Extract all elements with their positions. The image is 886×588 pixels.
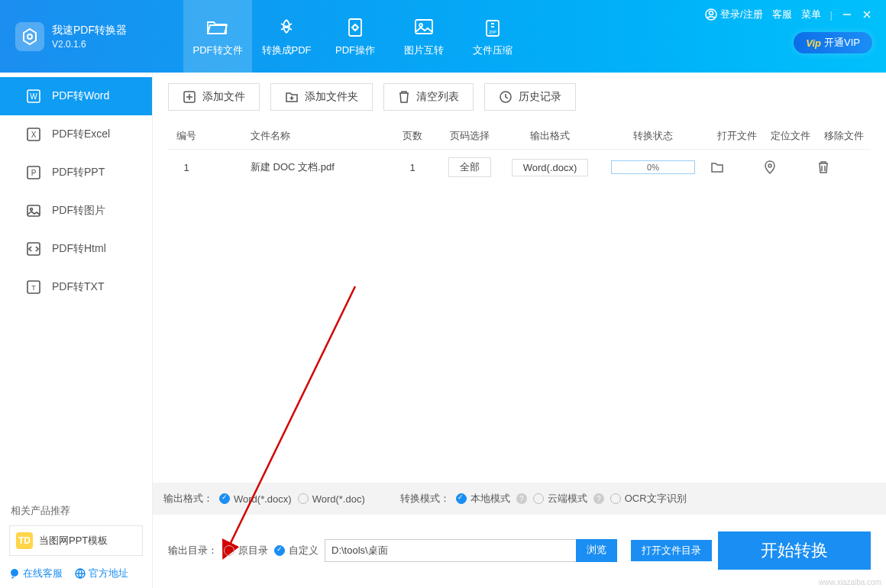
radio-custom-dir[interactable]: 自定义 bbox=[274, 544, 319, 557]
svg-point-8 bbox=[709, 11, 713, 15]
svg-point-23 bbox=[11, 569, 18, 577]
image-small-icon bbox=[26, 203, 41, 218]
tab-pdf-to-file[interactable]: PDF转文件 bbox=[183, 0, 252, 73]
table-header: 编号 文件名称 页数 页码选择 输出格式 转换状态 打开文件 定位文件 移除文件 bbox=[168, 123, 871, 150]
convert-mode-label: 转换模式： bbox=[400, 492, 450, 506]
svg-point-2 bbox=[353, 25, 357, 30]
col-name: 文件名称 bbox=[205, 129, 390, 143]
clear-list-button[interactable]: 清空列表 bbox=[383, 83, 474, 111]
minimize-icon[interactable] bbox=[842, 9, 852, 20]
col-remove: 移除文件 bbox=[817, 129, 871, 143]
radio-cloud-mode[interactable]: 云端模式 bbox=[533, 492, 587, 506]
pdf-icon bbox=[276, 16, 296, 39]
output-format-label: 输出格式： bbox=[163, 492, 213, 506]
radio-local-mode[interactable]: 本地模式 bbox=[456, 492, 510, 506]
related-products-title: 相关产品推荐 bbox=[9, 496, 143, 525]
vip-button[interactable]: Vip 开通VIP bbox=[794, 32, 872, 53]
help-local-icon[interactable]: ? bbox=[516, 493, 527, 504]
toolbar: 添加文件 添加文件夹 清空列表 历史记录 bbox=[168, 83, 871, 111]
vip-badge-icon: Vip bbox=[806, 37, 821, 49]
folder-open-icon bbox=[206, 16, 229, 39]
svg-text:W: W bbox=[30, 92, 37, 101]
file-table: 编号 文件名称 页数 页码选择 输出格式 转换状态 打开文件 定位文件 移除文件… bbox=[168, 123, 871, 483]
svg-rect-1 bbox=[349, 19, 361, 36]
trash-icon bbox=[398, 90, 410, 104]
page-select-button[interactable]: 全部 bbox=[448, 157, 491, 177]
help-cloud-icon[interactable]: ? bbox=[593, 493, 604, 504]
svg-rect-18 bbox=[27, 205, 40, 216]
open-dir-button[interactable]: 打开文件目录 bbox=[631, 540, 712, 561]
globe-icon bbox=[75, 568, 86, 579]
col-status: 转换状态 bbox=[596, 129, 710, 143]
cell-id: 1 bbox=[168, 162, 205, 173]
tab-pdf-ops[interactable]: PDF操作 bbox=[321, 0, 390, 73]
format-select-button[interactable]: Word(.docx) bbox=[512, 159, 589, 176]
history-button[interactable]: 历史记录 bbox=[484, 83, 576, 111]
col-format: 输出格式 bbox=[504, 129, 596, 143]
support-link[interactable]: 客服 bbox=[772, 8, 792, 21]
format-bar: 输出格式： Word(*.docx) Word(*.doc) 转换模式： 本地模… bbox=[153, 483, 886, 515]
col-id: 编号 bbox=[168, 129, 205, 143]
sidebar-item-pdf-to-word[interactable]: W PDF转Word bbox=[0, 77, 152, 115]
sidebar-item-pdf-to-html[interactable]: PDF转Html bbox=[0, 230, 152, 268]
official-site-link[interactable]: 官方地址 bbox=[75, 567, 128, 580]
sidebar: W PDF转Word X PDF转Excel P PDF转PPT PDF转图片 … bbox=[0, 73, 153, 588]
svg-rect-3 bbox=[416, 20, 432, 34]
table-row: 1 新建 DOC 文档.pdf 1 全部 Word(.docx) 0% bbox=[168, 150, 871, 185]
app-logo-icon bbox=[15, 22, 44, 51]
add-folder-button[interactable]: 添加文件夹 bbox=[270, 83, 373, 111]
svg-text:ZIP: ZIP bbox=[489, 30, 496, 34]
txt-icon: T bbox=[26, 279, 41, 295]
app-name: 我速PDF转换器 bbox=[52, 23, 127, 38]
locate-file-icon[interactable] bbox=[764, 160, 817, 174]
main-tabs: PDF转文件 转换成PDF PDF操作 图片互转 ZIP 文件压缩 bbox=[183, 0, 527, 73]
gear-document-icon bbox=[346, 16, 364, 39]
related-product-card[interactable]: TD 当图网PPT模板 bbox=[9, 525, 143, 556]
add-file-icon bbox=[183, 90, 196, 104]
sidebar-item-pdf-to-txt[interactable]: T PDF转TXT bbox=[0, 268, 152, 306]
sidebar-item-pdf-to-ppt[interactable]: P PDF转PPT bbox=[0, 153, 152, 192]
svg-text:P: P bbox=[31, 169, 37, 177]
image-icon bbox=[414, 16, 434, 39]
app-version: V2.0.1.6 bbox=[52, 39, 127, 50]
svg-point-0 bbox=[27, 34, 32, 39]
open-file-icon[interactable] bbox=[710, 161, 764, 173]
svg-text:T: T bbox=[31, 284, 36, 292]
login-link[interactable]: 登录/注册 bbox=[705, 8, 763, 21]
main-area: 添加文件 添加文件夹 清空列表 历史记录 编号 文件名称 页数 页码选择 bbox=[153, 73, 886, 588]
radio-docx[interactable]: Word(*.docx) bbox=[219, 493, 292, 505]
browse-button[interactable]: 浏览 bbox=[576, 539, 617, 562]
svg-point-4 bbox=[419, 24, 422, 27]
progress-bar: 0% bbox=[611, 160, 695, 174]
output-path-input[interactable]: D:\tools\桌面 bbox=[325, 539, 576, 562]
start-convert-button[interactable]: 开始转换 bbox=[718, 531, 871, 570]
svg-point-31 bbox=[768, 164, 771, 167]
add-file-button[interactable]: 添加文件 bbox=[168, 83, 260, 111]
radio-ocr-mode[interactable]: OCR文字识别 bbox=[610, 492, 687, 506]
sidebar-item-pdf-to-excel[interactable]: X PDF转Excel bbox=[0, 115, 152, 153]
sidebar-item-pdf-to-image[interactable]: PDF转图片 bbox=[0, 192, 152, 230]
tab-to-pdf[interactable]: 转换成PDF bbox=[252, 0, 321, 73]
tab-image-convert[interactable]: 图片互转 bbox=[390, 0, 458, 73]
menu-link[interactable]: 菜单 bbox=[801, 8, 821, 21]
chat-icon bbox=[9, 568, 20, 579]
logo-area: 我速PDF转换器 V2.0.1.6 bbox=[0, 0, 153, 73]
zip-icon: ZIP bbox=[483, 16, 502, 39]
clock-icon bbox=[499, 90, 513, 104]
add-folder-icon bbox=[285, 90, 299, 104]
html-icon bbox=[26, 241, 41, 257]
remove-file-icon[interactable] bbox=[817, 160, 871, 174]
online-support-link[interactable]: 在线客服 bbox=[9, 567, 63, 580]
ppt-icon: P bbox=[26, 165, 41, 180]
cell-pages: 1 bbox=[390, 162, 435, 173]
col-locate: 定位文件 bbox=[764, 129, 817, 143]
close-icon[interactable] bbox=[862, 9, 872, 20]
tab-compress[interactable]: ZIP 文件压缩 bbox=[458, 0, 527, 73]
excel-icon: X bbox=[26, 127, 41, 142]
word-icon: W bbox=[26, 89, 41, 104]
cell-filename: 新建 DOC 文档.pdf bbox=[205, 160, 390, 174]
dangtu-logo-icon: TD bbox=[16, 532, 33, 549]
radio-original-dir[interactable]: 原目录 bbox=[224, 544, 268, 557]
output-dir-label: 输出目录： bbox=[168, 544, 218, 557]
radio-doc[interactable]: Word(*.doc) bbox=[298, 493, 365, 505]
